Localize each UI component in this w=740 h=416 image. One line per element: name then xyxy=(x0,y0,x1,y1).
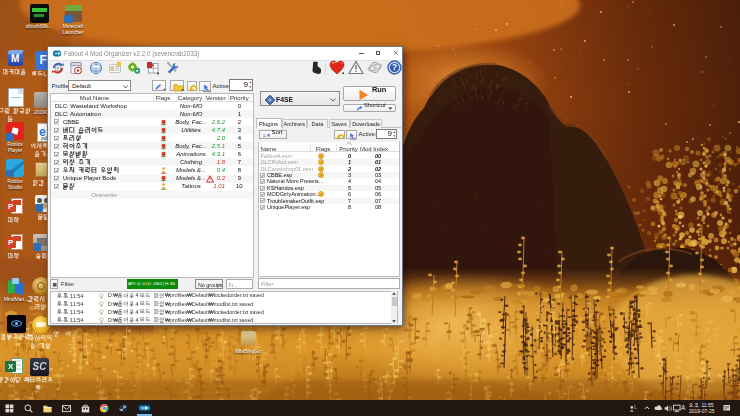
svg-text:?: ? xyxy=(392,62,397,72)
